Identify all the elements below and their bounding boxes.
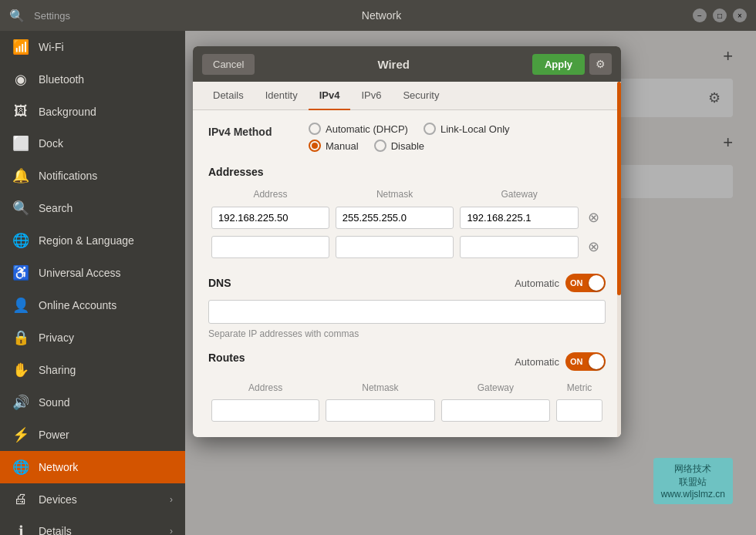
window-controls: − □ × <box>693 8 747 22</box>
sidebar-item-details[interactable]: ℹ Details › <box>0 515 185 535</box>
tab-identity[interactable]: Identity <box>255 82 309 110</box>
sidebar-label-notifications: Notifications <box>39 170 97 182</box>
sidebar-item-universal-access[interactable]: ♿ Universal Access <box>0 257 185 289</box>
chevron-right-details-icon: › <box>170 526 173 535</box>
sidebar-label-wifi: Wi-Fi <box>39 41 64 53</box>
addresses-table: Address Netmask Gateway ⊗ <box>208 186 606 261</box>
sidebar-label-dock: Dock <box>39 137 63 150</box>
dns-toggle-knob <box>589 275 604 291</box>
watermark-line1: 网络技术 <box>661 463 725 476</box>
wifi-icon: 📶 <box>12 39 29 56</box>
network-icon: 🌐 <box>12 459 29 476</box>
details-icon: ℹ <box>12 523 29 535</box>
routes-table: Address Netmask Gateway Metric <box>208 379 606 425</box>
routes-toggle[interactable]: ON <box>565 352 606 371</box>
sidebar-item-search[interactable]: 🔍 Search <box>0 192 185 224</box>
sidebar-label-background: Background <box>39 106 96 118</box>
col-address-header: Address <box>208 186 332 203</box>
radio-link-local[interactable]: Link-Local Only <box>424 123 510 135</box>
tab-details[interactable]: Details <box>202 82 255 110</box>
sidebar-label-bluetooth: Bluetooth <box>39 73 84 86</box>
bluetooth-icon: ◉ <box>12 71 29 88</box>
sidebar-item-online-accounts[interactable]: 👤 Online Accounts <box>0 289 185 321</box>
route-address-input-0[interactable] <box>211 399 319 422</box>
watermark-url: www.wljslmz.cn <box>661 489 725 500</box>
radio-link-local-circle <box>424 123 436 135</box>
dns-input[interactable] <box>208 300 606 324</box>
route-metric-input-0[interactable] <box>556 399 602 422</box>
routes-col-metric: Metric <box>553 379 606 396</box>
close-button[interactable]: × <box>733 8 747 22</box>
scroll-thumb <box>617 82 621 295</box>
sidebar-item-wifi[interactable]: 📶 Wi-Fi <box>0 31 185 63</box>
sidebar-item-dock[interactable]: ⬜ Dock <box>0 127 185 160</box>
tab-security[interactable]: Security <box>392 82 450 110</box>
sidebar-item-privacy[interactable]: 🔒 Privacy <box>0 321 185 354</box>
app-name: Settings <box>34 10 70 22</box>
sidebar-item-devices[interactable]: 🖨 Devices › <box>0 483 185 515</box>
route-gateway-input-0[interactable] <box>441 399 550 422</box>
sidebar-label-online-accounts: Online Accounts <box>39 299 116 311</box>
radio-disable-label: Disable <box>391 140 424 152</box>
radio-auto-dhcp[interactable]: Automatic (DHCP) <box>309 123 408 135</box>
sidebar-label-devices: Devices <box>39 493 77 506</box>
routes-col-gateway: Gateway <box>438 379 553 396</box>
power-icon: ⚡ <box>12 426 29 443</box>
sidebar-item-power[interactable]: ⚡ Power <box>0 419 185 451</box>
address-input-1[interactable] <box>211 236 329 258</box>
privacy-icon: 🔒 <box>12 329 29 346</box>
sidebar-item-notifications[interactable]: 🔔 Notifications <box>0 160 185 192</box>
sidebar-label-search: Search <box>39 202 73 214</box>
routes-col-netmask: Netmask <box>322 379 437 396</box>
netmask-input-0[interactable] <box>336 207 454 229</box>
sidebar: 📶 Wi-Fi ◉ Bluetooth 🖼 Background ⬜ Dock … <box>0 31 185 535</box>
modal-gear-button[interactable]: ⚙ <box>589 53 612 75</box>
modal-tabs: Details Identity IPv4 IPv6 Security <box>193 82 621 110</box>
address-input-0[interactable] <box>211 207 329 229</box>
minimize-button[interactable]: − <box>693 8 707 22</box>
sidebar-item-sharing[interactable]: ✋ Sharing <box>0 354 185 386</box>
gateway-input-0[interactable] <box>460 207 579 229</box>
tab-ipv4[interactable]: IPv4 <box>309 82 351 110</box>
gateway-input-1[interactable] <box>460 236 579 258</box>
remove-address-0-button[interactable]: ⊗ <box>585 206 602 229</box>
cancel-button[interactable]: Cancel <box>202 54 255 75</box>
universal-access-icon: ♿ <box>12 264 29 281</box>
routes-header: Routes Automatic ON <box>208 352 606 372</box>
sidebar-item-network[interactable]: 🌐 Network <box>0 451 185 483</box>
sidebar-label-universal-access: Universal Access <box>39 267 121 279</box>
remove-address-1-button[interactable]: ⊗ <box>585 235 602 258</box>
modal-header: Cancel Wired Apply ⚙ <box>193 46 621 82</box>
sidebar-label-network: Network <box>39 461 78 473</box>
apply-button[interactable]: Apply <box>532 54 585 75</box>
routes-toggle-on-label: ON <box>570 357 583 366</box>
route-netmask-input-0[interactable] <box>326 399 434 422</box>
notifications-icon: 🔔 <box>12 167 29 184</box>
modal-title: Wired <box>255 58 532 71</box>
dns-toggle[interactable]: ON <box>565 274 606 292</box>
radio-manual[interactable]: Manual <box>309 140 359 152</box>
dns-hint: Separate IP addresses with commas <box>208 328 606 339</box>
window-title: Network <box>70 9 693 22</box>
titlebar: 🔍 Settings Network − □ × <box>0 0 756 31</box>
sidebar-item-region[interactable]: 🌐 Region & Language <box>0 224 185 257</box>
dns-auto-label: Automatic <box>515 278 559 289</box>
radio-disable[interactable]: Disable <box>374 140 424 152</box>
tab-ipv6[interactable]: IPv6 <box>350 82 392 110</box>
radio-manual-label: Manual <box>326 140 359 152</box>
dns-toggle-on-label: ON <box>570 278 583 288</box>
sidebar-label-power: Power <box>39 429 69 441</box>
radio-auto-dhcp-label: Automatic (DHCP) <box>326 123 408 135</box>
routes-toggle-knob <box>589 354 604 369</box>
devices-icon: 🖨 <box>12 491 29 507</box>
address-row-1: ⊗ <box>208 232 606 261</box>
sidebar-item-sound[interactable]: 🔊 Sound <box>0 386 185 419</box>
sidebar-item-bluetooth[interactable]: ◉ Bluetooth <box>0 63 185 96</box>
routes-auto-label: Automatic <box>515 356 559 368</box>
sidebar-item-background[interactable]: 🖼 Background <box>0 96 185 127</box>
maximize-button[interactable]: □ <box>713 8 727 22</box>
dock-icon: ⬜ <box>12 135 29 152</box>
netmask-input-1[interactable] <box>336 236 454 258</box>
routes-col-address: Address <box>208 379 322 396</box>
chevron-right-icon: › <box>170 494 173 505</box>
